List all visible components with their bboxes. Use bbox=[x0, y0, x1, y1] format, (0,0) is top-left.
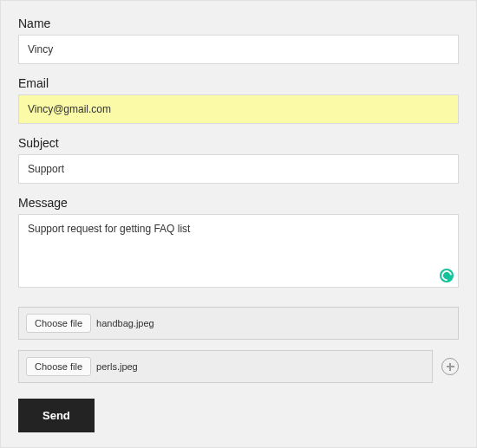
choose-file-button[interactable]: Choose file bbox=[26, 357, 91, 376]
email-input[interactable] bbox=[18, 94, 459, 124]
file-attachments-section: Choose file handbag.jpeg Choose file per… bbox=[18, 307, 459, 383]
file-row: Choose file handbag.jpeg bbox=[18, 307, 459, 340]
choose-file-button[interactable]: Choose file bbox=[26, 314, 91, 333]
subject-field-group: Subject bbox=[18, 136, 459, 184]
message-label: Message bbox=[18, 196, 459, 210]
add-file-icon[interactable] bbox=[441, 358, 459, 375]
send-button[interactable]: Send bbox=[18, 399, 95, 432]
name-field-group: Name bbox=[18, 16, 459, 64]
subject-label: Subject bbox=[18, 136, 459, 150]
message-textarea[interactable] bbox=[18, 214, 459, 288]
contact-form-panel: Name Email Subject Message Choose file h… bbox=[0, 0, 477, 448]
message-textarea-wrap bbox=[18, 214, 459, 288]
file-row: Choose file perls.jpeg bbox=[18, 350, 459, 383]
name-input[interactable] bbox=[18, 35, 459, 64]
email-label: Email bbox=[18, 76, 459, 90]
file-input-box: Choose file handbag.jpeg bbox=[18, 307, 459, 340]
subject-input[interactable] bbox=[18, 154, 459, 184]
selected-file-name: handbag.jpeg bbox=[96, 318, 154, 328]
grammarly-icon[interactable] bbox=[440, 269, 454, 282]
file-input-box: Choose file perls.jpeg bbox=[18, 350, 433, 383]
name-label: Name bbox=[18, 16, 459, 30]
message-field-group: Message bbox=[18, 196, 459, 288]
email-field-group: Email bbox=[18, 76, 459, 124]
selected-file-name: perls.jpeg bbox=[96, 361, 138, 372]
